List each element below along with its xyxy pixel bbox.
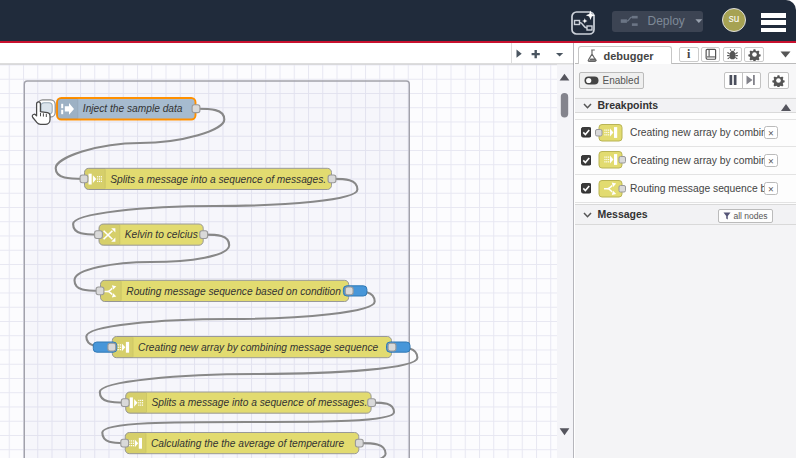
svg-text:Creating new array by combinin: Creating new array by combining message … [138, 342, 378, 353]
svg-text:Kelvin to celcius: Kelvin to celcius [125, 229, 198, 240]
svg-text:Routing message sequence based: Routing message sequence based on condit… [126, 286, 341, 297]
svg-text:Splits a message into a sequen: Splits a message into a sequence of mess… [110, 174, 326, 185]
svg-text:Calculating the the average of: Calculating the the average of temperatu… [151, 438, 344, 449]
svg-text:Splits a message into a sequen: Splits a message into a sequence of mess… [152, 397, 368, 408]
svg-text:Inject the sample data: Inject the sample data [83, 103, 183, 114]
